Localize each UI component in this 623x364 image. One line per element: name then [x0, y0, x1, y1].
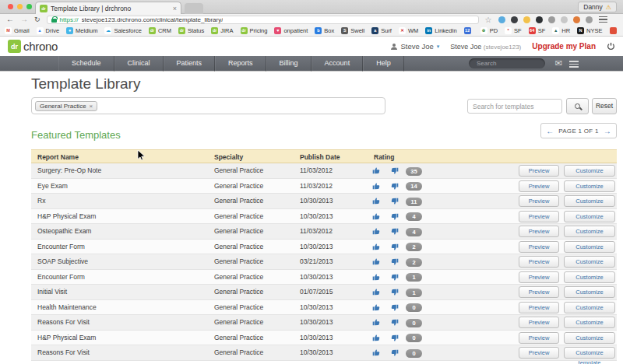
- report-name[interactable]: SOAP Subjective: [37, 254, 88, 270]
- thumbs-down-icon[interactable]: [390, 273, 399, 282]
- report-name[interactable]: Initial Visit: [37, 285, 67, 300]
- new-tab-button[interactable]: [185, 3, 203, 14]
- customize-template-button[interactable]: Customize template: [564, 180, 615, 192]
- thumbs-up-icon[interactable]: [372, 166, 381, 175]
- nav-item[interactable]: Patients: [164, 56, 216, 72]
- extension-icon[interactable]: [498, 16, 505, 23]
- thumbs-down-icon[interactable]: [390, 212, 399, 221]
- upgrade-plan-link[interactable]: Upgrade my Plan: [532, 42, 596, 51]
- thumbs-up-icon[interactable]: [372, 227, 381, 236]
- customize-template-button[interactable]: Customize template: [564, 195, 615, 207]
- bookmark-item[interactable]: ♥ onpatient: [274, 27, 308, 34]
- url-field[interactable]: https:// stevejoe123.drchrono.com/clinic…: [47, 16, 479, 24]
- bookmark-item[interactable]: dr CRM: [149, 27, 171, 34]
- preview-button[interactable]: Preview: [519, 271, 559, 283]
- search-button[interactable]: [566, 98, 589, 114]
- specialty-filter-input[interactable]: General Practice ×: [31, 97, 385, 114]
- forward-icon[interactable]: →: [20, 16, 28, 23]
- thumbs-down-icon[interactable]: [390, 334, 399, 342]
- logout-power-icon[interactable]: [607, 42, 615, 51]
- bookmark-item[interactable]: dr Status: [178, 27, 204, 34]
- browser-profile-badge[interactable]: Danny ⚠: [578, 2, 617, 12]
- thumbs-up-icon[interactable]: [372, 212, 381, 221]
- prev-page-icon[interactable]: ←: [546, 127, 554, 135]
- zoom-window-button[interactable]: [26, 4, 32, 9]
- bookmark-item[interactable]: * SF: [505, 27, 522, 34]
- nav-menu-icon[interactable]: [569, 61, 579, 68]
- thumbs-down-icon[interactable]: [390, 166, 399, 175]
- thumbs-up-icon[interactable]: [372, 348, 381, 357]
- thumbs-down-icon[interactable]: [390, 182, 399, 191]
- back-icon[interactable]: ←: [6, 16, 14, 23]
- thumbs-up-icon[interactable]: [372, 288, 381, 296]
- preview-button[interactable]: Preview: [519, 195, 559, 207]
- preview-button[interactable]: Preview: [519, 256, 559, 268]
- bookmark-star-icon[interactable]: ☆: [485, 16, 492, 24]
- bookmark-item[interactable]: S Swell: [341, 27, 364, 34]
- report-name[interactable]: Osteopathic Exam: [37, 224, 91, 240]
- preview-button[interactable]: Preview: [519, 332, 559, 344]
- thumbs-up-icon[interactable]: [372, 318, 381, 327]
- extension-icon[interactable]: [511, 16, 518, 23]
- tab-close-icon[interactable]: ×: [173, 5, 177, 12]
- report-name[interactable]: Encounter Form: [37, 240, 85, 255]
- bookmark-item[interactable]: [610, 27, 619, 34]
- extension-icon[interactable]: [536, 16, 543, 23]
- reset-button[interactable]: Reset: [592, 98, 617, 114]
- thumbs-up-icon[interactable]: [372, 334, 381, 342]
- customize-template-button[interactable]: Customize template: [564, 347, 615, 359]
- bookmark-item[interactable]: ☁ Salesforce: [104, 27, 141, 34]
- thumbs-up-icon[interactable]: [372, 257, 381, 266]
- bookmark-item[interactable]: 12: [464, 27, 473, 34]
- template-search-input[interactable]: [467, 99, 562, 114]
- reload-icon[interactable]: ↻: [34, 16, 40, 23]
- thumbs-down-icon[interactable]: [390, 243, 399, 251]
- thumbs-down-icon[interactable]: [390, 197, 399, 205]
- nav-item[interactable]: Schedule: [58, 56, 114, 72]
- report-name[interactable]: Surgery: Pre-Op Note: [37, 163, 101, 179]
- preview-button[interactable]: Preview: [519, 302, 559, 313]
- customize-template-button[interactable]: Customize template: [564, 211, 615, 222]
- thumbs-down-icon[interactable]: [390, 318, 399, 327]
- drchrono-logo[interactable]: dr chrono: [8, 40, 58, 53]
- nav-item[interactable]: Reports: [215, 56, 266, 72]
- thumbs-down-icon[interactable]: [390, 288, 399, 296]
- thumbs-down-icon[interactable]: [390, 303, 399, 312]
- global-search-input[interactable]: [469, 58, 545, 68]
- bookmark-item[interactable]: ⊕ PD: [480, 27, 498, 34]
- minimize-window-button[interactable]: [17, 4, 23, 9]
- report-name[interactable]: Reasons For Visit: [37, 315, 90, 331]
- extension-icon[interactable]: [561, 16, 568, 23]
- preview-button[interactable]: Preview: [519, 286, 559, 298]
- bookmark-item[interactable]: in LinkedIn: [425, 27, 456, 34]
- thumbs-down-icon[interactable]: [390, 348, 399, 357]
- thumbs-down-icon[interactable]: [390, 227, 399, 236]
- bookmark-item[interactable]: ▲ HR: [552, 27, 570, 34]
- thumbs-up-icon[interactable]: [372, 303, 381, 312]
- thumbs-up-icon[interactable]: [372, 197, 381, 205]
- customize-template-button[interactable]: Customize template: [564, 241, 615, 253]
- report-name[interactable]: H&P Physical Exam: [37, 331, 96, 346]
- filter-chip[interactable]: General Practice ×: [35, 101, 97, 111]
- customize-template-button[interactable]: Customize template: [564, 271, 615, 283]
- next-page-icon[interactable]: →: [604, 127, 611, 135]
- thumbs-up-icon[interactable]: [372, 182, 381, 191]
- report-name[interactable]: Encounter Form: [37, 270, 85, 285]
- preview-button[interactable]: Preview: [519, 241, 559, 253]
- thumbs-up-icon[interactable]: [372, 243, 381, 251]
- browser-menu-icon[interactable]: [599, 16, 607, 23]
- nav-item[interactable]: Account: [312, 56, 364, 72]
- extension-icon[interactable]: [548, 16, 555, 23]
- thumbs-up-icon[interactable]: [372, 273, 381, 282]
- bookmark-item[interactable]: 64 SF: [529, 27, 546, 34]
- bookmark-item[interactable]: M Gmail: [5, 27, 30, 34]
- report-name[interactable]: Health Maintenance: [37, 300, 97, 316]
- bookmark-item[interactable]: dr JIRA: [211, 27, 233, 34]
- customize-template-button[interactable]: Customize template: [564, 165, 615, 177]
- customize-template-button[interactable]: Customize template: [564, 226, 615, 237]
- bookmark-item[interactable]: ● Meldium: [66, 27, 97, 34]
- nav-item[interactable]: Billing: [266, 56, 312, 72]
- customize-template-button[interactable]: Customize template: [564, 286, 615, 298]
- customize-template-button[interactable]: Customize template: [564, 317, 615, 328]
- preview-button[interactable]: Preview: [519, 180, 559, 192]
